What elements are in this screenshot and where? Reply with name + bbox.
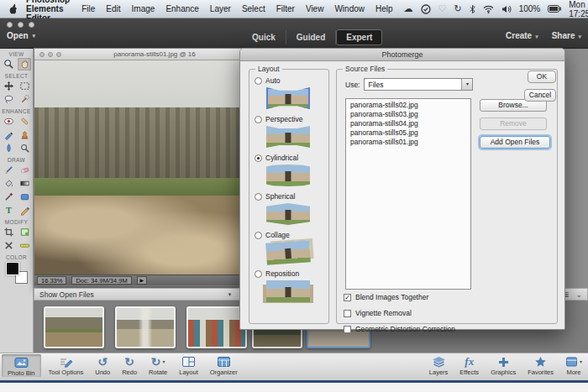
tool-zoom[interactable] (2, 58, 15, 71)
tool-shape[interactable] (18, 191, 31, 203)
ok-button[interactable]: OK (528, 71, 556, 83)
window-controls[interactable] (7, 22, 34, 28)
radio-auto[interactable]: Auto (255, 76, 328, 85)
chevron-down-icon[interactable]: ▾ (580, 358, 582, 364)
canvas-image[interactable] (34, 60, 243, 274)
radio-collage[interactable]: Collage (255, 231, 328, 239)
checkbox[interactable] (344, 326, 351, 333)
radio-dot[interactable] (255, 116, 262, 123)
radio-dot[interactable] (255, 232, 262, 239)
cloud-icon[interactable]: ☁ (404, 3, 413, 14)
checkbox[interactable] (344, 310, 351, 317)
menu-layer[interactable]: Layer (210, 4, 231, 13)
tab-expert[interactable]: Expert (336, 29, 382, 45)
tool-red-eye-removal[interactable] (2, 115, 15, 128)
tool-crop[interactable] (2, 226, 15, 238)
tool-paint-bucket[interactable] (2, 177, 15, 190)
organizer-button[interactable]: Organizer (204, 353, 244, 376)
menu-clock[interactable]: Mon 17:25 (569, 0, 588, 18)
status-options-arrow[interactable]: ▶ (137, 276, 147, 285)
file-item[interactable]: panorama-stills02.jpg (346, 101, 470, 110)
tool-clone-stamp[interactable] (18, 128, 31, 141)
color-swatches[interactable] (6, 262, 28, 284)
tool-brush[interactable] (2, 164, 15, 176)
radio-perspective[interactable]: Perspective (255, 115, 328, 123)
undo-button[interactable]: ↺ Undo (89, 353, 116, 376)
tab-quick[interactable]: Quick (242, 30, 286, 44)
vignette-removal-checkbox-row[interactable]: Vignette Removal (344, 309, 412, 317)
tool-color-picker[interactable] (2, 191, 15, 203)
menu-view[interactable]: View (306, 4, 324, 13)
thumbnail-3[interactable] (186, 306, 247, 348)
file-item[interactable]: panorama-stills03.jpg (346, 110, 470, 119)
volume-icon[interactable] (501, 5, 512, 13)
radio-dot[interactable] (255, 193, 262, 201)
tool-lasso[interactable] (2, 93, 15, 106)
share-button[interactable]: Share▾ (552, 31, 581, 40)
menu-help[interactable]: Help (375, 4, 393, 13)
thumbnail-1[interactable] (44, 306, 104, 348)
document-titlebar[interactable]: panorama-stills01.jpg @ 16 (34, 49, 243, 60)
apple-logo-icon[interactable] (8, 3, 18, 14)
menu-window[interactable]: Window (334, 4, 365, 13)
tool-rectangular-marquee[interactable] (18, 80, 31, 92)
cancel-button[interactable]: Cancel (524, 89, 556, 102)
add-open-files-button[interactable]: Add Open Files (480, 136, 550, 149)
tool-options-button[interactable]: Tool Options (43, 353, 90, 376)
file-item[interactable]: panorama-stills01.jpg (346, 138, 470, 147)
menu-file[interactable]: File (81, 4, 95, 13)
graphics-button[interactable]: Graphics (485, 353, 522, 376)
radio-spherical[interactable]: Spherical (255, 192, 328, 201)
favorites-button[interactable]: Favorites (522, 353, 559, 376)
menu-enhance[interactable]: Enhance (165, 4, 198, 13)
photo-bin-button[interactable]: Photo Bin (2, 354, 41, 377)
tab-guided[interactable]: Guided (286, 30, 336, 44)
menu-select[interactable]: Select (242, 4, 265, 13)
tool-straighten[interactable] (18, 239, 31, 252)
foreground-color-swatch[interactable] (6, 262, 19, 275)
tool-hand[interactable] (18, 58, 31, 71)
radio-dot[interactable] (255, 77, 262, 85)
tool-gradient[interactable] (18, 177, 31, 190)
tool-eraser[interactable] (18, 164, 31, 176)
redo-button[interactable]: ↻ Redo (116, 353, 143, 376)
check-circle-icon[interactable] (421, 4, 431, 14)
tool-move[interactable] (2, 80, 15, 92)
menu-filter[interactable]: Filter (276, 4, 295, 13)
chevron-down-icon[interactable]: ▾ (461, 79, 472, 90)
menu-image[interactable]: Image (132, 4, 155, 13)
more-button[interactable]: ▾ More (559, 353, 588, 376)
heart-icon[interactable]: ♡ (438, 3, 447, 14)
chevron-down-icon[interactable]: ▾ (163, 358, 165, 364)
blend-images-checkbox-row[interactable]: Blend Images Together (344, 293, 428, 301)
bluetooth-icon[interactable] (470, 4, 475, 14)
tool-spot-healing-brush[interactable] (18, 115, 31, 128)
file-item[interactable]: panorama-stills05.jpg (346, 128, 470, 138)
document-window-controls[interactable] (39, 52, 61, 57)
checkbox[interactable] (344, 294, 351, 301)
file-item[interactable]: panorama-stills04.jpg (346, 119, 470, 128)
radio-cylindrical[interactable]: Cylindrical (255, 154, 328, 162)
wifi-icon[interactable] (483, 5, 494, 13)
source-file-list[interactable]: panorama-stills02.jpg panorama-stills03.… (345, 98, 471, 290)
rotate-button[interactable]: ↻▾ Rotate (143, 353, 173, 376)
effects-button[interactable]: fx Effects (454, 353, 485, 376)
tool-type[interactable]: T (2, 204, 15, 217)
show-open-files-dropdown[interactable]: Show Open Files (39, 290, 94, 299)
sync-icon[interactable]: ↻ (454, 3, 461, 14)
tool-smart-brush[interactable] (2, 128, 15, 141)
tool-quick-selection[interactable] (18, 93, 31, 106)
use-select[interactable]: Files ▾ (364, 78, 473, 91)
zoom-level-field[interactable]: 16.33% (37, 276, 66, 285)
tool-sharpen[interactable] (18, 142, 31, 154)
bin-collapse-icon[interactable]: ⌄ (575, 290, 582, 299)
radio-reposition[interactable]: Reposition (255, 269, 328, 278)
geometric-distortion-checkbox-row[interactable]: Geometric Distortion Correction (344, 325, 455, 333)
thumbnail-2[interactable] (115, 306, 176, 348)
open-button[interactable]: Open▾ (7, 31, 35, 40)
dialog-title[interactable]: Photomerge (240, 49, 564, 61)
create-button[interactable]: Create▾ (506, 31, 538, 40)
tool-content-aware-move[interactable] (2, 239, 15, 252)
radio-dot[interactable] (255, 270, 262, 278)
radio-dot[interactable] (255, 154, 262, 162)
